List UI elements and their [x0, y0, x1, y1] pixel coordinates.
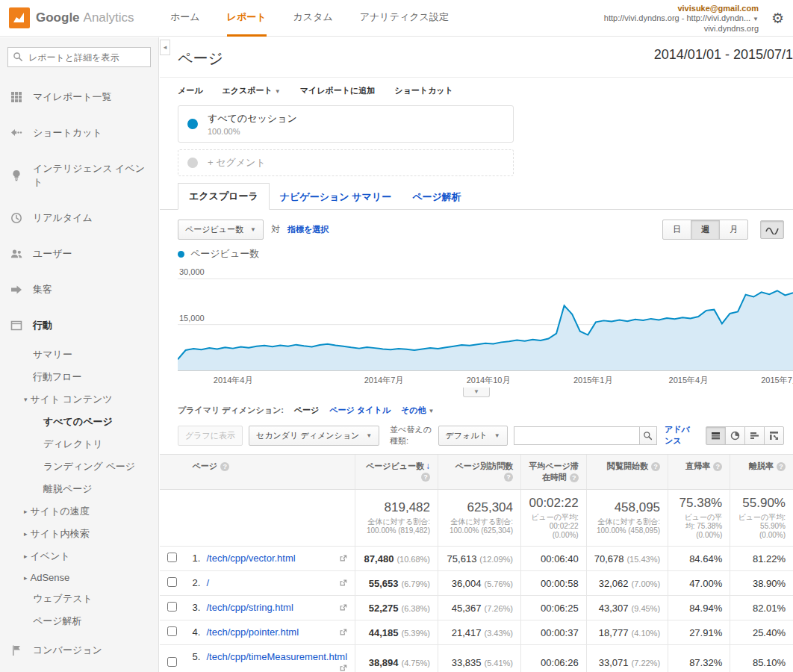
nav-reporting[interactable]: レポート	[227, 0, 267, 37]
select-metric-link[interactable]: 指標を選択	[287, 224, 329, 235]
open-in-new-icon[interactable]	[339, 553, 347, 564]
dimension-page-title[interactable]: ページ タイトル	[329, 405, 391, 416]
email-button[interactable]: メール	[178, 85, 203, 96]
sidebar-item-events[interactable]: ▸イベント	[0, 545, 158, 567]
help-icon[interactable]: ?	[777, 462, 786, 471]
primary-dimension-label: プライマリ ディメンション:	[178, 405, 284, 416]
column-header-bounce-rate[interactable]: 直帰率?	[668, 455, 730, 490]
sidebar-item-exit-pages[interactable]: 離脱ページ	[0, 478, 158, 500]
column-header-pageviews[interactable]: ページビュー数↓?	[355, 455, 438, 490]
help-icon[interactable]: ?	[570, 473, 579, 482]
tab-in-page[interactable]: ページ解析	[402, 184, 472, 210]
export-button[interactable]: エクスポート▼	[223, 85, 281, 96]
granularity-month-button[interactable]: 月	[719, 220, 748, 240]
chart-collapse-button[interactable]: ▼	[463, 388, 490, 397]
date-range-selector[interactable]: 2014/01/01 - 2015/07/1	[654, 47, 793, 63]
open-in-new-icon[interactable]	[339, 578, 347, 589]
sidebar-item-my-reports[interactable]: マイレポート一覧	[0, 79, 158, 115]
sidebar-item-label: AdSense	[31, 572, 70, 583]
sidebar-item-intelligence[interactable]: インテリジェンス イベント	[0, 151, 158, 200]
sidebar-item-audience[interactable]: ユーザー	[0, 236, 158, 272]
performance-view-button[interactable]	[744, 426, 765, 445]
open-in-new-icon[interactable]	[339, 627, 347, 638]
granularity-week-button[interactable]: 週	[691, 220, 720, 240]
page-link[interactable]: /tech/cpp/vector.html	[206, 553, 295, 564]
column-header-unique-pageviews[interactable]: ページ別訪問数?	[438, 455, 521, 490]
sidebar-item-all-pages[interactable]: すべてのページ	[0, 411, 158, 433]
help-icon[interactable]: ?	[651, 462, 660, 471]
open-in-new-icon[interactable]	[339, 663, 347, 672]
sidebar-item-acquisition[interactable]: 集客	[0, 272, 158, 308]
nav-customization[interactable]: カスタム	[293, 0, 333, 37]
sidebar-item-experiments[interactable]: ウェブテスト	[0, 588, 158, 610]
account-selector[interactable]: vivisuke@gmail.com http://vivi.dyndns.or…	[604, 4, 759, 34]
table-search-button[interactable]	[639, 426, 657, 445]
sidebar-item-behavior-flow[interactable]: 行動フロー	[0, 366, 158, 388]
shortcuts-icon	[10, 127, 24, 139]
column-header-page[interactable]: ページ?	[185, 455, 355, 490]
shortcut-button[interactable]: ショートカット	[394, 85, 453, 96]
granularity-day-button[interactable]: 日	[662, 220, 691, 240]
sidebar-item-site-speed[interactable]: ▸サイトの速度	[0, 500, 158, 523]
sidebar-item-behavior[interactable]: 行動	[0, 308, 158, 343]
account-property: http://vivi.dyndns.org - http://vivi.dyn…	[604, 13, 759, 24]
add-segment-button[interactable]: + セグメント	[178, 149, 514, 176]
sidebar-item-shortcuts[interactable]: ショートカット	[0, 115, 158, 151]
row-checkbox[interactable]	[167, 657, 177, 667]
nav-home[interactable]: ホーム	[170, 0, 200, 37]
sidebar-item-realtime[interactable]: リアルタイム	[0, 200, 158, 236]
sidebar-item-landing-pages[interactable]: ランディング ページ	[0, 455, 158, 478]
help-icon[interactable]: ?	[504, 473, 513, 482]
add-to-dashboard-button[interactable]: マイレポートに追加	[300, 85, 376, 96]
add-segment-label: + セグメント	[208, 156, 266, 169]
metric-select-button[interactable]: ページビュー数▼	[178, 220, 264, 240]
plot-rows-button[interactable]: グラフに表示	[178, 426, 243, 446]
sidebar-item-site-search[interactable]: ▸サイト内検索	[0, 523, 158, 545]
pivot-view-button[interactable]	[764, 426, 784, 445]
percentage-view-button[interactable]	[725, 426, 745, 445]
pageviews-value: 44,185	[369, 627, 399, 638]
account-view: vivi.dyndns.org	[604, 24, 759, 34]
sidebar-item-content-drilldown[interactable]: ディレクトリ	[0, 433, 158, 455]
tab-explorer[interactable]: エクスプローラ	[178, 183, 270, 210]
chart-type-button[interactable]	[760, 220, 784, 239]
column-header-avg-time[interactable]: 平均ページ滞在時間?	[521, 455, 587, 490]
page-link[interactable]: /	[206, 577, 209, 588]
row-checkbox[interactable]	[167, 553, 177, 562]
help-icon[interactable]: ?	[421, 473, 430, 482]
open-in-new-icon[interactable]	[339, 603, 347, 614]
row-checkbox[interactable]	[167, 602, 177, 612]
advanced-filter-link[interactable]: アドバンス	[665, 424, 698, 447]
sidebar-item-conversions[interactable]: コンバージョン	[0, 632, 158, 668]
vs-label: 対	[271, 223, 280, 236]
sidebar-collapse-button[interactable]: ◂	[160, 40, 170, 55]
column-header-entrances[interactable]: 閲覧開始数?	[586, 455, 668, 490]
page-link[interactable]: /tech/cpp/pointer.html	[206, 626, 299, 638]
timeseries-chart[interactable]: 30,000 15,000 2014年4月 2014年7月 2014年10月 2…	[178, 267, 793, 388]
secondary-dimension-button[interactable]: セカンダリ ディメンション▼	[249, 426, 379, 446]
table-view-button[interactable]	[706, 426, 726, 445]
dimension-other[interactable]: その他▼	[401, 405, 434, 416]
unique-pageviews-value: 36,004	[452, 578, 482, 589]
ga-logo[interactable]: Google Analytics	[9, 7, 134, 28]
sidebar-item-site-content[interactable]: ▾サイト コンテンツ	[0, 388, 158, 411]
sort-type-button[interactable]: デフォルト▼	[438, 426, 508, 446]
help-icon[interactable]: ?	[713, 462, 722, 471]
row-checkbox[interactable]	[167, 577, 177, 587]
page-link[interactable]: /tech/cpp/string.html	[206, 602, 293, 613]
page-link[interactable]: /tech/cpp/timeMeasurement.html	[206, 651, 347, 662]
sidebar-search-input[interactable]	[7, 47, 151, 67]
tab-navigation-summary[interactable]: ナビゲーション サマリー	[270, 184, 402, 210]
sidebar-item-in-page-analytics[interactable]: ページ解析	[0, 610, 158, 632]
gear-icon[interactable]: ⚙	[771, 10, 784, 27]
help-icon[interactable]: ?	[220, 462, 229, 471]
table-search-input[interactable]	[514, 426, 639, 445]
sidebar-item-overview[interactable]: サマリー	[0, 343, 158, 366]
all-sessions-segment[interactable]: すべてのセッション 100.00%	[178, 105, 514, 143]
sidebar-item-adsense[interactable]: ▸AdSense	[0, 567, 158, 588]
collapsed-arrow-icon: ▸	[24, 574, 28, 582]
column-header-exit-rate[interactable]: 離脱率?	[730, 455, 793, 490]
dimension-page[interactable]: ページ	[294, 405, 320, 416]
nav-admin[interactable]: アナリティクス設定	[360, 0, 449, 37]
row-checkbox[interactable]	[167, 626, 177, 636]
